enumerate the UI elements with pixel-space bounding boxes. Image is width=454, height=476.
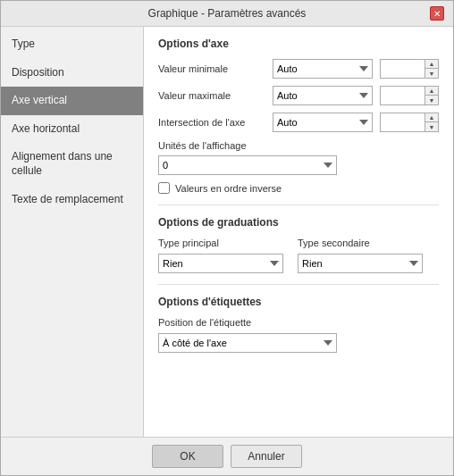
divider-1 — [158, 205, 439, 205]
sidebar-item-texte-remplacement[interactable]: Texte de remplacement — [1, 186, 143, 214]
etiquettes-title: Options d'étiquettes — [158, 296, 439, 308]
dialog-footer: OK Annuler — [1, 437, 453, 475]
position-label: Position de l'étiquette — [158, 317, 439, 328]
position-group: Position de l'étiquette À côté de l'axe — [158, 317, 439, 353]
valeur-maximale-input[interactable]: 50 — [380, 86, 425, 105]
spinbox-up-int[interactable]: ▲ — [425, 113, 438, 122]
valeur-minimale-spinbox: 0 ▲ ▼ — [380, 59, 439, 79]
spinbox-down-int[interactable]: ▼ — [425, 122, 438, 131]
sidebar-item-axe-horizontal[interactable]: Axe horizontal — [1, 115, 143, 144]
type-principal-label: Type principal — [158, 238, 283, 248]
close-button[interactable]: ✕ — [430, 6, 444, 21]
graduations-title: Options de graduations — [158, 216, 439, 229]
sidebar-item-type[interactable]: Type — [1, 30, 143, 59]
main-content: Options d'axe Valeur minimale Auto 0 ▲ ▼… — [144, 27, 453, 437]
spinbox-down-min[interactable]: ▼ — [425, 69, 438, 78]
unites-select[interactable]: 0 — [158, 155, 337, 175]
unites-label: Unités de l'affichage — [158, 140, 247, 151]
type-secondaire-select[interactable]: Rien — [298, 254, 423, 273]
divider-2 — [158, 284, 439, 285]
intersection-row: Intersection de l'axe Auto 0 ▲ ▼ — [158, 113, 439, 132]
valeurs-inverse-checkbox[interactable] — [158, 182, 170, 194]
type-principal-group: Type principal Rien — [158, 238, 283, 273]
spinbox-arrows-int: ▲ ▼ — [425, 113, 439, 132]
intersection-label: Intersection de l'axe — [158, 117, 265, 128]
valeur-maximale-label: Valeur maximale — [158, 90, 265, 101]
sidebar-item-alignement[interactable]: Alignement dans une cellule — [1, 143, 143, 185]
unites-select-wrap: 0 — [158, 155, 439, 175]
sidebar: Type Disposition Axe vertical Axe horizo… — [1, 27, 144, 437]
position-select[interactable]: À côté de l'axe — [158, 333, 337, 353]
valeur-minimale-row: Valeur minimale Auto 0 ▲ ▼ — [158, 59, 439, 79]
intersection-select[interactable]: Auto — [273, 113, 373, 132]
intersection-input[interactable]: 0 — [380, 113, 425, 132]
valeurs-inverse-label: Valeurs en ordre inverse — [175, 183, 282, 194]
valeurs-inverse-row: Valeurs en ordre inverse — [158, 182, 439, 194]
dialog: Graphique - Paramètres avancés ✕ Type Di… — [0, 0, 454, 476]
spinbox-up-max[interactable]: ▲ — [425, 87, 438, 96]
cancel-button[interactable]: Annuler — [231, 445, 302, 468]
title-bar: Graphique - Paramètres avancés ✕ — [1, 1, 453, 27]
valeur-minimale-label: Valeur minimale — [158, 63, 265, 74]
type-secondaire-label: Type secondaire — [298, 238, 423, 248]
valeur-maximale-spinbox: 50 ▲ ▼ — [380, 86, 439, 105]
valeur-maximale-row: Valeur maximale Auto 50 ▲ ▼ — [158, 86, 439, 105]
sidebar-item-axe-vertical[interactable]: Axe vertical — [1, 87, 143, 115]
type-principal-select[interactable]: Rien — [158, 254, 283, 273]
spinbox-arrows-min: ▲ ▼ — [425, 59, 439, 79]
valeur-minimale-input[interactable]: 0 — [380, 59, 425, 79]
intersection-spinbox: 0 ▲ ▼ — [380, 113, 439, 132]
ok-button[interactable]: OK — [152, 445, 223, 468]
valeur-minimale-select[interactable]: Auto — [273, 59, 373, 79]
valeur-maximale-select[interactable]: Auto — [273, 86, 373, 105]
spinbox-arrows-max: ▲ ▼ — [425, 86, 439, 105]
axe-options-title: Options d'axe — [158, 38, 439, 50]
spinbox-down-max[interactable]: ▼ — [425, 96, 438, 104]
unites-row: Unités de l'affichage 0 — [158, 139, 439, 175]
spinbox-up-min[interactable]: ▲ — [425, 60, 438, 69]
sidebar-item-disposition[interactable]: Disposition — [1, 59, 143, 88]
graduations-cols: Type principal Rien Type secondaire Rien — [158, 238, 439, 273]
dialog-body: Type Disposition Axe vertical Axe horizo… — [1, 27, 453, 437]
type-secondaire-group: Type secondaire Rien — [298, 238, 423, 273]
dialog-title: Graphique - Paramètres avancés — [24, 7, 430, 20]
